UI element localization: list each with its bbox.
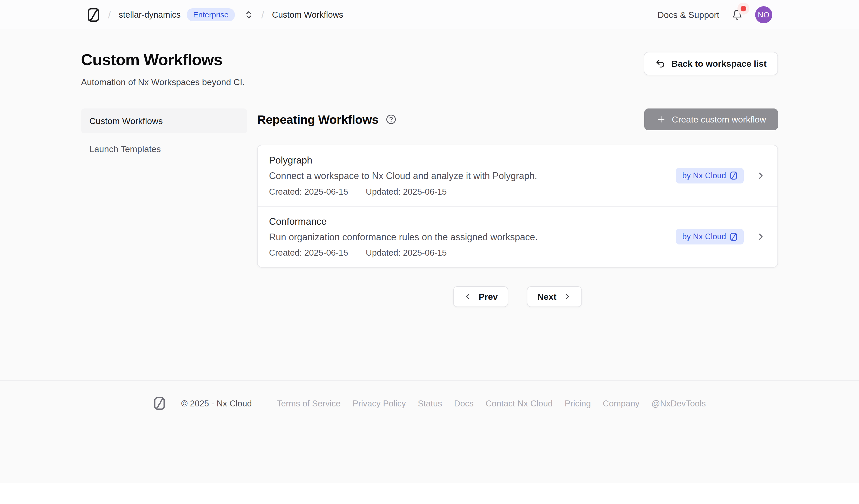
nx-logo-icon	[730, 232, 737, 241]
plan-badge: Enterprise	[187, 8, 235, 21]
footer-link-status[interactable]: Status	[418, 399, 442, 409]
app-root: / stellar-dynamics Enterprise / Custom W…	[0, 0, 859, 483]
page-subtitle: Automation of Nx Workspaces beyond CI.	[81, 77, 245, 87]
nx-cloud-logo-icon[interactable]	[87, 7, 100, 22]
footer-link-pricing[interactable]: Pricing	[564, 399, 591, 409]
workflow-meta: Created: 2025-06-15 Updated: 2025-06-15	[269, 248, 676, 258]
chevron-right-icon[interactable]	[756, 231, 766, 242]
notifications-button[interactable]	[732, 9, 743, 20]
workflow-created: Created: 2025-06-15	[269, 248, 348, 258]
repeating-workflows-section: Repeating Workflows Create custom workfl…	[257, 108, 778, 307]
avatar-initials: NO	[758, 11, 770, 19]
workflow-row-conformance[interactable]: Conformance Run organization conformance…	[258, 206, 778, 267]
footer-link-terms[interactable]: Terms of Service	[277, 399, 341, 409]
plus-icon	[656, 114, 666, 124]
by-nx-cloud-badge[interactable]: by Nx Cloud	[676, 229, 744, 244]
workflow-meta: Created: 2025-06-15 Updated: 2025-06-15	[269, 187, 676, 197]
page-header: Custom Workflows Automation of Nx Worksp…	[81, 30, 778, 87]
prev-button[interactable]: Prev	[453, 286, 508, 307]
settings-sidebar: Custom Workflows Launch Templates	[81, 108, 247, 307]
pagination: Prev Next	[257, 286, 778, 307]
by-nx-cloud-badge[interactable]: by Nx Cloud	[676, 168, 744, 183]
chevron-right-icon[interactable]	[756, 170, 766, 181]
breadcrumb: / stellar-dynamics Enterprise / Custom W…	[87, 7, 343, 22]
create-custom-workflow-button[interactable]: Create custom workflow	[644, 108, 778, 130]
section-title: Repeating Workflows	[257, 112, 379, 127]
workflow-description: Run organization conformance rules on th…	[269, 231, 676, 243]
workflow-row-polygraph[interactable]: Polygraph Connect a workspace to Nx Clou…	[258, 145, 778, 206]
help-icon[interactable]	[386, 114, 396, 125]
chevrons-up-down-icon[interactable]	[244, 10, 254, 19]
breadcrumb-separator: /	[261, 9, 264, 21]
workflow-description: Connect a workspace to Nx Cloud and anal…	[269, 170, 676, 181]
footer-link-nxdevtools[interactable]: @NxDevTools	[651, 399, 706, 409]
breadcrumb-current-page: Custom Workflows	[272, 10, 343, 20]
user-avatar[interactable]: NO	[755, 6, 772, 24]
workflow-updated: Updated: 2025-06-15	[366, 187, 447, 197]
page-title: Custom Workflows	[81, 50, 245, 69]
bell-icon	[732, 9, 743, 20]
workspace-selector[interactable]: stellar-dynamics Enterprise	[119, 8, 254, 21]
workflow-name: Polygraph	[269, 155, 676, 166]
notification-dot	[741, 6, 746, 12]
workspace-name[interactable]: stellar-dynamics	[119, 10, 180, 20]
next-button[interactable]: Next	[527, 286, 582, 307]
top-nav: / stellar-dynamics Enterprise / Custom W…	[0, 0, 859, 30]
page-footer: © 2025 - Nx Cloud Terms of Service Priva…	[0, 380, 859, 483]
nx-logo-icon	[730, 171, 737, 180]
nx-footer-logo-icon	[153, 397, 166, 410]
chevron-right-icon	[563, 292, 572, 301]
nav-actions: Docs & Support NO	[658, 6, 772, 24]
footer-link-company[interactable]: Company	[603, 399, 639, 409]
docs-support-link[interactable]: Docs & Support	[658, 10, 719, 20]
footer-link-contact[interactable]: Contact Nx Cloud	[486, 399, 553, 409]
sidebar-item-launch-templates[interactable]: Launch Templates	[81, 137, 247, 162]
copyright-text: © 2025 - Nx Cloud	[181, 399, 252, 409]
chevron-left-icon	[464, 292, 472, 301]
sidebar-item-custom-workflows[interactable]: Custom Workflows	[81, 108, 247, 133]
footer-link-docs[interactable]: Docs	[454, 399, 474, 409]
back-to-workspace-list-button[interactable]: Back to workspace list	[644, 52, 778, 75]
workflow-updated: Updated: 2025-06-15	[366, 248, 447, 258]
workflows-list: Polygraph Connect a workspace to Nx Clou…	[257, 145, 778, 268]
footer-link-privacy[interactable]: Privacy Policy	[353, 399, 406, 409]
undo-arrow-icon	[655, 58, 665, 69]
workflow-created: Created: 2025-06-15	[269, 187, 348, 197]
breadcrumb-separator: /	[108, 9, 111, 21]
workflow-name: Conformance	[269, 216, 676, 227]
